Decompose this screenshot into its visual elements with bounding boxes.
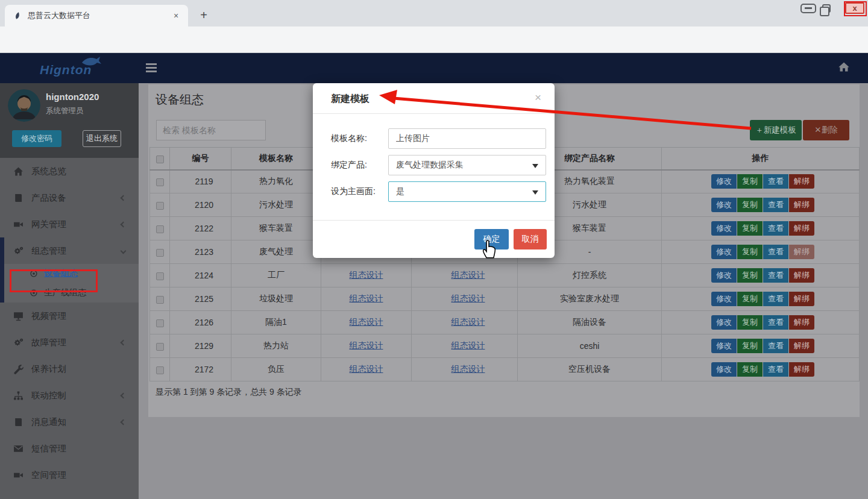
avatar[interactable] — [8, 89, 40, 122]
modal-close-icon[interactable]: × — [535, 91, 541, 104]
row-select-cell[interactable] — [150, 193, 170, 217]
sidebar-item-7[interactable]: 联动控制 — [0, 382, 139, 409]
copy-button[interactable]: 复制 — [737, 221, 763, 236]
row-select-cell[interactable] — [150, 217, 170, 240]
window-minimize-button[interactable] — [800, 4, 816, 13]
bind-product-select[interactable]: 废气处理数据采集 — [388, 155, 546, 175]
window-close-button[interactable]: x — [845, 2, 864, 14]
sidebar-item-1[interactable]: 产品设备 — [0, 184, 139, 211]
sidebar-item-9[interactable]: 短信管理 — [0, 435, 139, 462]
copy-button[interactable]: 复制 — [737, 198, 763, 212]
row-select-cell[interactable] — [150, 240, 170, 264]
sidebar-item-8[interactable]: 消息通知 — [0, 409, 139, 435]
view-button[interactable]: 查看 — [763, 292, 788, 306]
sidebar-item-0[interactable]: 系统总览 — [0, 158, 139, 184]
view-button[interactable]: 查看 — [763, 174, 788, 189]
design-link[interactable]: 组态设计 — [451, 293, 485, 303]
cancel-button[interactable]: 取消 — [514, 229, 547, 250]
row-select-cell[interactable] — [150, 311, 170, 334]
row-checkbox[interactable] — [156, 366, 164, 374]
edit-button[interactable]: 修改 — [711, 268, 737, 283]
unbind-button[interactable]: 解绑 — [789, 339, 814, 353]
design-link[interactable]: 组态设计 — [350, 317, 383, 327]
edit-button[interactable]: 修改 — [711, 198, 737, 212]
confirm-button[interactable]: 确定 — [474, 229, 509, 250]
row-checkbox[interactable] — [156, 225, 164, 233]
copy-button[interactable]: 复制 — [737, 339, 763, 353]
row-checkbox[interactable] — [156, 202, 164, 210]
new-template-button[interactable]: ＋新建模板 — [750, 120, 802, 140]
row-select-cell[interactable] — [150, 264, 170, 287]
design-link[interactable]: 组态设计 — [350, 341, 383, 350]
select-all-header[interactable] — [150, 148, 170, 170]
row-select-cell[interactable] — [150, 358, 170, 381]
edit-button[interactable]: 修改 — [711, 245, 737, 259]
copy-button[interactable]: 复制 — [737, 245, 763, 259]
select-all-checkbox[interactable] — [156, 155, 164, 163]
copy-button[interactable]: 复制 — [737, 362, 763, 377]
unbind-button[interactable]: 解绑 — [789, 198, 814, 212]
unbind-button[interactable]: 解绑 — [789, 362, 814, 377]
delete-button[interactable]: ✕删除 — [803, 120, 849, 140]
search-input[interactable] — [156, 120, 266, 140]
sidebar-item-3[interactable]: 组态管理 — [0, 237, 139, 264]
row-checkbox[interactable] — [156, 296, 164, 304]
new-tab-button[interactable]: + — [195, 7, 212, 24]
view-button[interactable]: 查看 — [763, 339, 788, 353]
design-link[interactable]: 组态设计 — [451, 270, 485, 280]
browser-tab[interactable]: 思普云大数据平台 × — [5, 5, 188, 27]
sidebar-subitem-0[interactable]: 设备组态 — [4, 264, 139, 283]
row-checkbox[interactable] — [156, 319, 164, 327]
view-button[interactable]: 查看 — [763, 198, 788, 212]
copy-button[interactable]: 复制 — [737, 268, 763, 283]
tab-close-icon[interactable]: × — [170, 11, 182, 20]
action-button-group: 修改复制查看解绑 — [711, 268, 814, 283]
unbind-button[interactable]: 解绑 — [789, 292, 814, 306]
unbind-button[interactable]: 解绑 — [789, 315, 814, 330]
sidebar-item-10[interactable]: 空间管理 — [0, 462, 139, 488]
edit-button[interactable]: 修改 — [711, 362, 737, 377]
sidebar-item-2[interactable]: 网关管理 — [0, 211, 139, 237]
sidebar-item-6[interactable]: 保养计划 — [0, 356, 139, 382]
sidebar-item-5[interactable]: 故障管理 — [0, 329, 139, 356]
row-checkbox[interactable] — [156, 343, 164, 351]
design-link[interactable]: 组态设计 — [350, 364, 383, 374]
sidebar-item-4[interactable]: 视频管理 — [0, 303, 139, 329]
edit-button[interactable]: 修改 — [711, 221, 737, 236]
change-password-button[interactable]: 修改密码 — [12, 130, 61, 147]
book-icon — [13, 193, 24, 203]
row-select-cell[interactable] — [150, 287, 170, 311]
sidebar-subitem-1[interactable]: 生产线组态 — [4, 283, 139, 303]
design-link[interactable]: 组态设计 — [350, 270, 383, 280]
row-checkbox[interactable] — [156, 178, 164, 186]
copy-button[interactable]: 复制 — [737, 315, 763, 330]
copy-button[interactable]: 复制 — [737, 292, 763, 306]
view-button[interactable]: 查看 — [763, 268, 788, 283]
logout-button[interactable]: 退出系统 — [83, 130, 121, 147]
design-link[interactable]: 组态设计 — [451, 341, 485, 350]
design-link[interactable]: 组态设计 — [451, 317, 485, 327]
main-screen-select[interactable]: 是 — [388, 181, 546, 202]
sidebar-toggle-icon[interactable] — [146, 63, 157, 72]
edit-button[interactable]: 修改 — [711, 339, 737, 353]
unbind-button[interactable]: 解绑 — [789, 221, 814, 236]
view-button[interactable]: 查看 — [763, 221, 788, 236]
design-link[interactable]: 组态设计 — [350, 293, 383, 303]
edit-button[interactable]: 修改 — [711, 174, 737, 189]
view-button[interactable]: 查看 — [763, 315, 788, 330]
row-select-cell[interactable] — [150, 170, 170, 193]
row-checkbox[interactable] — [156, 249, 164, 257]
copy-button[interactable]: 复制 — [737, 174, 763, 189]
edit-button[interactable]: 修改 — [711, 292, 737, 306]
window-restore-button[interactable] — [822, 4, 831, 13]
design-link[interactable]: 组态设计 — [451, 364, 485, 374]
unbind-button[interactable]: 解绑 — [789, 174, 814, 189]
edit-button[interactable]: 修改 — [711, 315, 737, 330]
view-button[interactable]: 查看 — [763, 245, 788, 259]
row-checkbox[interactable] — [156, 272, 164, 280]
template-name-input[interactable] — [388, 128, 546, 149]
row-select-cell[interactable] — [150, 334, 170, 358]
home-icon[interactable] — [838, 61, 850, 75]
unbind-button[interactable]: 解绑 — [789, 268, 814, 283]
view-button[interactable]: 查看 — [763, 362, 788, 377]
